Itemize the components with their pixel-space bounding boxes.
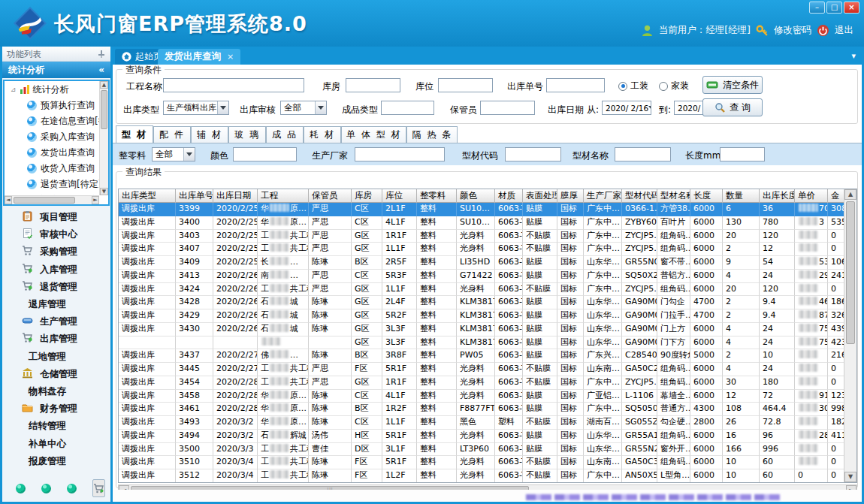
material-tab-5[interactable]: 耗 材 xyxy=(304,126,341,143)
table-row-2[interactable]: 调拨出库34032020/2/25工共工程严思G区1R1F整料光身料6063-T… xyxy=(119,230,856,243)
material-tab-7[interactable]: 隔 热 条 xyxy=(406,126,458,143)
tree-item-2[interactable]: 采购入库查询 xyxy=(5,129,99,145)
profile-name-input[interactable] xyxy=(615,147,671,161)
sidebar-item-6[interactable]: 生产管理 xyxy=(2,313,110,330)
column-header-18[interactable]: 单价 xyxy=(795,189,828,203)
warehouse-input[interactable] xyxy=(346,78,400,92)
column-header-3[interactable]: 工程 xyxy=(258,189,309,203)
tree-item-0[interactable]: 预算执行查询 xyxy=(5,98,99,113)
tree-item-1[interactable]: 在途信息查询[待 xyxy=(5,113,99,129)
keeper-input[interactable] xyxy=(480,101,535,115)
table-row-18[interactable]: 调拨出库35002020/3/3工共工程曹佳D区3L1F整料LT3P606063… xyxy=(119,443,856,457)
table-row-19[interactable]: 调拨出库35102020/3/4工共工程陈琳F区5R1F整料光身料6063-T5… xyxy=(119,456,856,469)
scroll-down-icon[interactable]: ▼ xyxy=(100,188,108,195)
sidebar-item-8[interactable]: 工地管理 xyxy=(2,349,110,366)
grid-vscroll-thumb[interactable] xyxy=(846,201,855,344)
sidebar-item-2[interactable]: 采购管理 xyxy=(2,243,110,261)
table-row-8[interactable]: 调拨出库34292020/2/26石城陈琳G区5R2F整料KLM38176063… xyxy=(119,309,856,323)
tab-close-icon[interactable]: × xyxy=(227,52,234,62)
order-no-input[interactable] xyxy=(546,78,605,92)
column-header-11[interactable]: 膜厚 xyxy=(557,189,584,203)
table-row-5[interactable]: 调拨出库34132020/2/26南…严思C区5R3F整料G714226063-… xyxy=(119,270,856,283)
tree-root-statistics[interactable]: ⊿ 统计分析 xyxy=(5,81,99,98)
manufacturer-input[interactable] xyxy=(355,147,445,161)
sidebar-item-1[interactable]: 审核中心 xyxy=(2,226,110,243)
module-dot-icon[interactable] xyxy=(41,484,51,493)
table-row-20[interactable]: 调拨出库35122020/3/4工共工程陈琳F区1L2F整料光身料6063-T5… xyxy=(119,469,856,483)
table-row-1[interactable]: 调拨出库34002020/2/25华原…严思C区4L1F整料SU10…6063-… xyxy=(119,216,856,230)
module-dot-icon[interactable] xyxy=(16,484,26,493)
sidebar-item-4[interactable]: 退货管理 xyxy=(2,279,110,296)
location-input[interactable] xyxy=(438,78,493,92)
sidebar-item-12[interactable]: 结转管理 xyxy=(2,418,110,435)
tab-shipment-outbound-query[interactable]: 发货出库查询 × xyxy=(158,49,240,65)
table-row-17[interactable]: 调拨出库34942020/3/2石辉城汤伟H区5R1F整料光身料6063-T5贴… xyxy=(119,430,856,443)
search-button[interactable]: 查 询 xyxy=(702,98,763,116)
tree-horizontal-scrollbar[interactable]: ◄ ► xyxy=(5,195,99,204)
column-header-0[interactable]: 出库类型 xyxy=(119,189,176,203)
column-header-2[interactable]: 出库日期 xyxy=(213,189,258,203)
sidebar-item-7[interactable]: 出库管理 xyxy=(2,330,110,348)
table-row-12[interactable]: 调拨出库34452020/2/27工共工程严思F区5R1F整料光身料6063-T… xyxy=(119,363,856,376)
module-dot-icon[interactable] xyxy=(67,484,77,493)
scroll-left-icon[interactable]: ◄ xyxy=(5,196,12,204)
scroll-up-icon[interactable]: ▲ xyxy=(844,189,856,200)
collapse-icon[interactable]: « xyxy=(98,62,104,78)
product-type-input[interactable] xyxy=(381,101,434,115)
sidebar-item-14[interactable]: 报废管理 xyxy=(2,453,110,470)
tree-expander-icon[interactable]: ⊿ xyxy=(11,86,17,93)
sidebar-item-9[interactable]: 仓储管理 xyxy=(2,366,110,383)
column-header-15[interactable]: 长度 xyxy=(690,189,723,203)
table-row-9[interactable]: 调拨出库34302020/2/26石城陈琳G区3L3F整料KLM38176063… xyxy=(119,323,856,337)
column-header-9[interactable]: 材质 xyxy=(495,189,523,203)
maximize-button[interactable]: □ xyxy=(826,2,842,14)
tree-item-3[interactable]: 发货出库查询 xyxy=(5,145,99,161)
color-input[interactable] xyxy=(233,147,297,161)
sidebar-item-3[interactable]: 入库管理 xyxy=(2,261,110,279)
tree-item-4[interactable]: 收货入库查询 xyxy=(5,161,99,177)
material-tab-1[interactable]: 配 件 xyxy=(153,126,191,143)
column-header-7[interactable]: 整零料 xyxy=(417,189,457,203)
material-tab-2[interactable]: 辅 材 xyxy=(191,126,228,143)
profile-code-input[interactable] xyxy=(505,147,561,161)
radio-work-install[interactable]: 工装 xyxy=(618,80,648,92)
pin-icon[interactable] xyxy=(97,50,106,59)
sidebar-item-0[interactable]: 项目管理 xyxy=(2,209,110,226)
scroll-up-icon[interactable]: ▲ xyxy=(100,81,108,89)
project-name-input[interactable] xyxy=(163,78,304,92)
whole-part-select[interactable]: 全部 xyxy=(152,147,195,161)
tree-vscroll-thumb[interactable] xyxy=(101,90,107,129)
tree-item-5[interactable]: 退货查询[待定] xyxy=(5,177,99,192)
material-tab-3[interactable]: 玻 璃 xyxy=(228,126,266,143)
table-row-7[interactable]: 调拨出库34282020/2/26石城陈琳G区2L4F整料KLM38176063… xyxy=(119,296,856,309)
length-input[interactable] xyxy=(720,147,765,161)
column-header-10[interactable]: 表面处理 xyxy=(523,189,557,203)
table-row-14[interactable]: 调拨出库34582020/2/28华原…陈琳C区4L1F整料光身料6063-T5… xyxy=(119,390,856,403)
sidebar-section-header[interactable]: 统计分析 « xyxy=(2,62,110,78)
clear-conditions-button[interactable]: 清空条件 xyxy=(702,76,763,94)
column-header-12[interactable]: 生产厂家 xyxy=(584,189,622,203)
date-from-picker[interactable]: 2020/ 2/16 xyxy=(602,101,651,115)
audit-select[interactable]: 全部 xyxy=(280,101,327,115)
minimize-button[interactable]: – xyxy=(809,2,825,14)
sidebar-item-13[interactable]: 补单中心 xyxy=(2,435,110,452)
column-header-13[interactable]: 型材代码 xyxy=(622,189,657,203)
grid-vertical-scrollbar[interactable]: ▲ ▼ xyxy=(844,189,856,482)
table-row-10[interactable]: G区3L3F整料KLM38176063-T5贴膜国标山东华…GA90M09.门下… xyxy=(119,337,856,350)
tree-vertical-scrollbar[interactable]: ▲ ▼ xyxy=(99,81,108,195)
tree-hscroll-thumb[interactable] xyxy=(14,197,75,204)
column-header-19[interactable]: 金 xyxy=(828,189,844,203)
table-row-13[interactable]: 调拨出库34542020/2/28工共工程严思G区1R1F整料光身料6063-T… xyxy=(119,376,856,390)
tab-list-dropdown-icon[interactable]: ▾ xyxy=(851,51,856,61)
column-header-8[interactable]: 颜色 xyxy=(457,189,495,203)
scroll-down-icon[interactable]: ▼ xyxy=(844,472,856,482)
sidebar-item-11[interactable]: 财务管理 xyxy=(2,400,110,418)
table-row-4[interactable]: 调拨出库34092020/2/25长…陈琳B区2R5F整料LI35HD6063-… xyxy=(119,256,856,270)
sidebar-item-5[interactable]: 退库管理 xyxy=(2,296,110,313)
scroll-right-icon[interactable]: ► xyxy=(92,196,99,204)
column-header-6[interactable]: 库位 xyxy=(382,189,417,203)
column-header-14[interactable]: 型材名称 xyxy=(657,189,690,203)
table-row-16[interactable]: 调拨出库34932020/3/2华原…陈琳C区1L1F整料黑色塑料不贴膜国标湖南… xyxy=(119,416,856,430)
material-tab-6[interactable]: 单 体 型 材 xyxy=(341,126,406,143)
close-button[interactable]: × xyxy=(844,2,859,14)
